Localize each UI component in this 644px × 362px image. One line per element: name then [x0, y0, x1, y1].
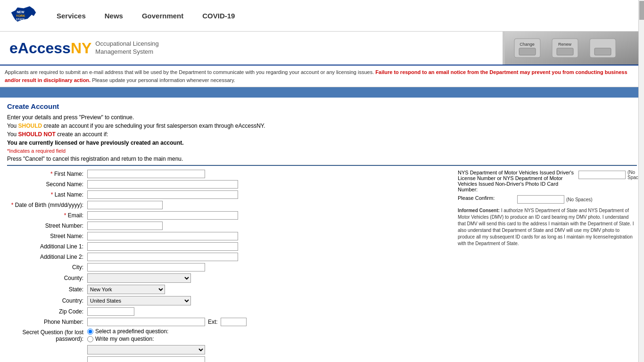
label-dob: * Date of Birth (mm/dd/yyyy):	[7, 202, 87, 208]
form-right: NYS Department of Motor Vehicles Issued …	[458, 170, 637, 362]
row-city: City:	[7, 263, 448, 272]
row-additional-line1: Additional Line 1:	[7, 242, 448, 251]
input-second-name[interactable]	[87, 180, 238, 189]
instruction-line2: You SHOULD create an account if you are …	[7, 123, 637, 129]
label-street-name: Street Name:	[7, 233, 87, 239]
input-additional-line1[interactable]	[87, 242, 238, 251]
form-left: * First Name: Second Name: * Last Name: …	[7, 170, 448, 362]
informed-consent-text: Informed Consent: I authorize NYS Depart…	[458, 207, 637, 247]
cancel-note: Press "Cancel" to cancel this registrati…	[7, 156, 637, 162]
input-last-name[interactable]	[87, 190, 238, 199]
select-country[interactable]: United States Canada Mexico	[87, 296, 191, 305]
input-additional-line2[interactable]	[87, 253, 238, 261]
label-country: Country:	[7, 297, 87, 304]
nav-covid[interactable]: COVID-19	[202, 12, 235, 20]
required-note: *Indicates a required field	[7, 148, 637, 154]
notice-text3: Please update your personal information …	[92, 77, 235, 83]
consent-title: Informed Consent:	[458, 208, 500, 213]
row-email: * Email:	[7, 211, 448, 220]
select-secret-question[interactable]	[87, 345, 205, 354]
label-additional-line2: Additional Line 2:	[7, 254, 87, 260]
ny-state-logo: NEW YORK STATE	[9, 4, 38, 27]
row-state: State: New York Alabama Alaska	[7, 285, 448, 294]
dmv-label-text: NYS Department of Motor Vehicles Issued …	[458, 170, 576, 192]
scrollbar-thumb[interactable]	[639, 1, 644, 20]
nav-bar: Services News Government COVID-19	[57, 12, 235, 20]
blue-separator-top	[0, 87, 644, 98]
input-dob[interactable]	[87, 201, 163, 209]
row-zip: Zip Code:	[7, 307, 448, 316]
row-country: Country: United States Canada Mexico	[7, 296, 448, 305]
notice-bar: Applicants are required to submit an e-m…	[0, 66, 644, 87]
row-second-name: Second Name:	[7, 180, 448, 189]
row-secret-question-label: Secret Question (for lost password): Sel…	[7, 328, 448, 343]
row-dob: * Date of Birth (mm/dd/yyyy):	[7, 201, 448, 209]
radio-row-predefined: Select a predefined question:	[87, 328, 168, 335]
row-street-number: Street Number:	[7, 222, 448, 230]
input-zip[interactable]	[87, 307, 134, 316]
row-last-name: * Last Name:	[7, 190, 448, 199]
select-state[interactable]: New York Alabama Alaska	[87, 285, 165, 294]
instruction-line4: You are currently licensed or have previ…	[7, 140, 637, 146]
label-zip: Zip Code:	[7, 308, 87, 315]
radio-predefined-label: Select a predefined question:	[95, 328, 168, 335]
svg-rect-7	[519, 48, 536, 55]
input-phone[interactable]	[87, 318, 205, 326]
svg-rect-12	[594, 48, 611, 55]
label-email: * Email:	[7, 212, 87, 219]
dmv-input-area: (No Spaces)	[578, 170, 644, 180]
page-title: Create Account	[7, 102, 637, 110]
radio-custom[interactable]	[87, 336, 93, 342]
input-first-name[interactable]	[87, 170, 205, 178]
input-dmv-confirm[interactable]	[517, 195, 564, 204]
scrollbar[interactable]	[638, 0, 644, 362]
form-separator	[7, 165, 637, 166]
svg-text:Renew: Renew	[558, 42, 572, 47]
input-dmv-number[interactable]	[578, 171, 626, 179]
input-custom-question[interactable]	[87, 356, 205, 362]
ext-label: Ext:	[208, 319, 218, 325]
svg-text:YORK: YORK	[16, 14, 25, 17]
top-header: NEW YORK STATE Services News Government …	[0, 0, 644, 32]
svg-rect-10	[557, 48, 573, 55]
eaccessny-brand: eAccessNY	[9, 40, 91, 57]
confirm-dmv-label: Please Confirm:	[458, 195, 514, 201]
nav-government[interactable]: Government	[142, 12, 183, 20]
label-first-name: * First Name:	[7, 171, 87, 177]
svg-text:STATE: STATE	[16, 18, 25, 21]
phone-area: Ext:	[87, 318, 247, 326]
secret-question-options: Select a predefined question: Write my o…	[87, 328, 168, 343]
confirm-dmv-input-area: (No Spaces)	[517, 195, 593, 204]
input-email[interactable]	[87, 211, 238, 220]
app-banner: eAccessNY Occupational Licensing Managem…	[0, 32, 644, 66]
eaccessny-logo-area: eAccessNY Occupational Licensing Managem…	[0, 35, 168, 62]
label-phone: Phone Number:	[7, 319, 87, 325]
label-additional-line1: Additional Line 1:	[7, 243, 87, 250]
label-last-name: * Last Name:	[7, 191, 87, 198]
radio-predefined[interactable]	[87, 329, 93, 335]
label-second-name: Second Name:	[7, 181, 87, 188]
input-street-number[interactable]	[87, 222, 163, 230]
input-ext[interactable]	[221, 318, 247, 326]
no-spaces-note2: (No Spaces)	[566, 197, 593, 202]
label-street-number: Street Number:	[7, 222, 87, 229]
confirm-dmv-input-row: (No Spaces)	[517, 195, 593, 204]
logo-area: NEW YORK STATE	[9, 4, 38, 27]
nav-services[interactable]: Services	[57, 12, 86, 20]
row-custom-question	[7, 356, 448, 362]
input-city[interactable]	[87, 263, 205, 272]
row-street-name: Street Name:	[7, 232, 448, 240]
row-first-name: * First Name:	[7, 170, 448, 178]
confirm-dmv-section: Please Confirm: (No Spaces)	[458, 195, 637, 204]
dmv-input-row1: (No Spaces)	[578, 170, 644, 180]
radio-row-custom: Write my own question:	[87, 336, 168, 342]
select-county[interactable]	[87, 273, 191, 283]
main-content: Create Account Enter your details and pr…	[0, 98, 644, 362]
nav-news[interactable]: News	[105, 12, 123, 20]
input-street-name[interactable]	[87, 232, 238, 240]
row-additional-line2: Additional Line 2:	[7, 253, 448, 261]
instruction-line3: You SHOULD NOT create an account if:	[7, 131, 637, 138]
form-section: * First Name: Second Name: * Last Name: …	[7, 170, 637, 362]
row-phone: Phone Number: Ext:	[7, 318, 448, 326]
label-secret-question: Secret Question (for lost password):	[7, 329, 87, 342]
